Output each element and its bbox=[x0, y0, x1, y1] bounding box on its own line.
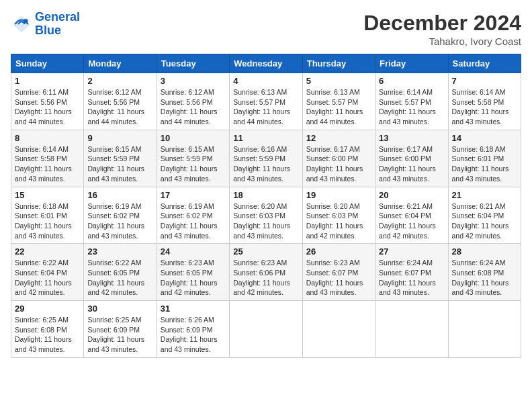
weekday-header: Friday bbox=[375, 54, 448, 73]
calendar-cell: 23Sunrise: 6:22 AM Sunset: 6:05 PM Dayli… bbox=[84, 244, 157, 301]
month-title: December 2024 bbox=[363, 11, 521, 36]
day-number: 1 bbox=[15, 76, 80, 86]
day-info: Sunrise: 6:13 AM Sunset: 5:57 PM Dayligh… bbox=[306, 87, 371, 127]
day-number: 16 bbox=[87, 190, 152, 200]
day-info: Sunrise: 6:18 AM Sunset: 6:01 PM Dayligh… bbox=[452, 144, 517, 184]
calendar-cell: 4Sunrise: 6:13 AM Sunset: 5:57 PM Daylig… bbox=[230, 73, 302, 130]
day-info: Sunrise: 6:17 AM Sunset: 6:00 PM Dayligh… bbox=[379, 144, 444, 184]
day-info: Sunrise: 6:17 AM Sunset: 6:00 PM Dayligh… bbox=[306, 144, 371, 184]
calendar-cell: 7Sunrise: 6:14 AM Sunset: 5:58 PM Daylig… bbox=[448, 73, 521, 130]
day-number: 11 bbox=[233, 133, 298, 143]
calendar-cell: 22Sunrise: 6:22 AM Sunset: 6:04 PM Dayli… bbox=[11, 244, 84, 301]
calendar-cell: 3Sunrise: 6:12 AM Sunset: 5:56 PM Daylig… bbox=[157, 73, 229, 130]
calendar-cell: 14Sunrise: 6:18 AM Sunset: 6:01 PM Dayli… bbox=[448, 130, 521, 187]
weekday-header: Sunday bbox=[11, 54, 84, 73]
location: Tahakro, Ivory Coast bbox=[363, 36, 521, 47]
day-info: Sunrise: 6:25 AM Sunset: 6:08 PM Dayligh… bbox=[15, 315, 80, 355]
day-number: 29 bbox=[15, 304, 80, 314]
calendar-cell: 17Sunrise: 6:19 AM Sunset: 6:02 PM Dayli… bbox=[157, 187, 229, 244]
calendar-cell bbox=[448, 301, 521, 358]
calendar-cell: 8Sunrise: 6:14 AM Sunset: 5:58 PM Daylig… bbox=[11, 130, 84, 187]
day-info: Sunrise: 6:15 AM Sunset: 5:59 PM Dayligh… bbox=[161, 144, 226, 184]
calendar-week-row: 22Sunrise: 6:22 AM Sunset: 6:04 PM Dayli… bbox=[11, 244, 521, 301]
day-info: Sunrise: 6:15 AM Sunset: 5:59 PM Dayligh… bbox=[87, 144, 152, 184]
day-number: 23 bbox=[87, 246, 152, 257]
page-header: General Blue December 2024 Tahakro, Ivor… bbox=[11, 11, 521, 47]
calendar-cell: 11Sunrise: 6:16 AM Sunset: 5:59 PM Dayli… bbox=[230, 130, 302, 187]
calendar-cell: 26Sunrise: 6:23 AM Sunset: 6:07 PM Dayli… bbox=[302, 244, 375, 301]
day-number: 27 bbox=[379, 246, 444, 257]
day-number: 2 bbox=[87, 76, 152, 86]
weekday-header: Tuesday bbox=[157, 54, 229, 73]
day-info: Sunrise: 6:14 AM Sunset: 5:57 PM Dayligh… bbox=[379, 87, 444, 127]
calendar-cell: 29Sunrise: 6:25 AM Sunset: 6:08 PM Dayli… bbox=[11, 301, 84, 358]
day-number: 14 bbox=[452, 133, 517, 143]
title-block: December 2024 Tahakro, Ivory Coast bbox=[363, 11, 521, 47]
calendar-cell: 9Sunrise: 6:15 AM Sunset: 5:59 PM Daylig… bbox=[84, 130, 157, 187]
day-number: 20 bbox=[379, 190, 444, 200]
day-info: Sunrise: 6:14 AM Sunset: 5:58 PM Dayligh… bbox=[452, 87, 517, 127]
calendar-cell: 13Sunrise: 6:17 AM Sunset: 6:00 PM Dayli… bbox=[375, 130, 448, 187]
calendar-cell: 28Sunrise: 6:24 AM Sunset: 6:08 PM Dayli… bbox=[448, 244, 521, 301]
calendar-cell: 2Sunrise: 6:12 AM Sunset: 5:56 PM Daylig… bbox=[84, 73, 157, 130]
day-number: 7 bbox=[452, 76, 517, 86]
calendar-cell bbox=[302, 301, 375, 358]
weekday-header: Wednesday bbox=[230, 54, 302, 73]
day-info: Sunrise: 6:16 AM Sunset: 5:59 PM Dayligh… bbox=[233, 144, 298, 184]
calendar-cell: 15Sunrise: 6:18 AM Sunset: 6:01 PM Dayli… bbox=[11, 187, 84, 244]
calendar-cell: 21Sunrise: 6:21 AM Sunset: 6:04 PM Dayli… bbox=[448, 187, 521, 244]
calendar-cell: 10Sunrise: 6:15 AM Sunset: 5:59 PM Dayli… bbox=[157, 130, 229, 187]
logo-text: General Blue bbox=[35, 11, 80, 38]
calendar-cell: 31Sunrise: 6:26 AM Sunset: 6:09 PM Dayli… bbox=[157, 301, 229, 358]
calendar-cell: 12Sunrise: 6:17 AM Sunset: 6:00 PM Dayli… bbox=[302, 130, 375, 187]
day-number: 5 bbox=[306, 76, 371, 86]
weekday-header: Saturday bbox=[448, 54, 521, 73]
day-info: Sunrise: 6:23 AM Sunset: 6:07 PM Dayligh… bbox=[306, 258, 371, 298]
day-info: Sunrise: 6:12 AM Sunset: 5:56 PM Dayligh… bbox=[161, 87, 226, 127]
day-info: Sunrise: 6:21 AM Sunset: 6:04 PM Dayligh… bbox=[452, 201, 517, 241]
day-info: Sunrise: 6:24 AM Sunset: 6:07 PM Dayligh… bbox=[379, 258, 444, 298]
logo: General Blue bbox=[11, 11, 80, 38]
day-number: 28 bbox=[452, 246, 517, 257]
day-number: 25 bbox=[233, 246, 298, 257]
day-number: 9 bbox=[87, 133, 152, 143]
day-info: Sunrise: 6:19 AM Sunset: 6:02 PM Dayligh… bbox=[161, 201, 226, 241]
day-number: 12 bbox=[306, 133, 371, 143]
day-number: 4 bbox=[233, 76, 298, 86]
calendar-cell: 24Sunrise: 6:23 AM Sunset: 6:05 PM Dayli… bbox=[157, 244, 229, 301]
logo-icon bbox=[11, 13, 32, 35]
svg-point-1 bbox=[24, 19, 28, 23]
calendar-cell: 19Sunrise: 6:20 AM Sunset: 6:03 PM Dayli… bbox=[302, 187, 375, 244]
day-number: 15 bbox=[15, 190, 80, 200]
calendar-week-row: 29Sunrise: 6:25 AM Sunset: 6:08 PM Dayli… bbox=[11, 301, 521, 358]
calendar-cell: 6Sunrise: 6:14 AM Sunset: 5:57 PM Daylig… bbox=[375, 73, 448, 130]
day-number: 24 bbox=[161, 246, 226, 257]
calendar-cell: 25Sunrise: 6:23 AM Sunset: 6:06 PM Dayli… bbox=[230, 244, 302, 301]
day-number: 3 bbox=[161, 76, 226, 86]
day-number: 6 bbox=[379, 76, 444, 86]
calendar-cell: 1Sunrise: 6:11 AM Sunset: 5:56 PM Daylig… bbox=[11, 73, 84, 130]
day-info: Sunrise: 6:21 AM Sunset: 6:04 PM Dayligh… bbox=[379, 201, 444, 241]
calendar-week-row: 15Sunrise: 6:18 AM Sunset: 6:01 PM Dayli… bbox=[11, 187, 521, 244]
day-info: Sunrise: 6:22 AM Sunset: 6:05 PM Dayligh… bbox=[87, 258, 152, 298]
day-number: 26 bbox=[306, 246, 371, 257]
day-info: Sunrise: 6:24 AM Sunset: 6:08 PM Dayligh… bbox=[452, 258, 517, 298]
day-info: Sunrise: 6:22 AM Sunset: 6:04 PM Dayligh… bbox=[15, 258, 80, 298]
calendar-cell: 18Sunrise: 6:20 AM Sunset: 6:03 PM Dayli… bbox=[230, 187, 302, 244]
calendar-week-row: 1Sunrise: 6:11 AM Sunset: 5:56 PM Daylig… bbox=[11, 73, 521, 130]
day-info: Sunrise: 6:14 AM Sunset: 5:58 PM Dayligh… bbox=[15, 144, 80, 184]
day-info: Sunrise: 6:20 AM Sunset: 6:03 PM Dayligh… bbox=[233, 201, 298, 241]
day-info: Sunrise: 6:20 AM Sunset: 6:03 PM Dayligh… bbox=[306, 201, 371, 241]
day-info: Sunrise: 6:11 AM Sunset: 5:56 PM Dayligh… bbox=[15, 87, 80, 127]
day-info: Sunrise: 6:13 AM Sunset: 5:57 PM Dayligh… bbox=[233, 87, 298, 127]
day-number: 13 bbox=[379, 133, 444, 143]
day-number: 18 bbox=[233, 190, 298, 200]
day-number: 19 bbox=[306, 190, 371, 200]
day-info: Sunrise: 6:12 AM Sunset: 5:56 PM Dayligh… bbox=[87, 87, 152, 127]
calendar-cell: 30Sunrise: 6:25 AM Sunset: 6:09 PM Dayli… bbox=[84, 301, 157, 358]
calendar-week-row: 8Sunrise: 6:14 AM Sunset: 5:58 PM Daylig… bbox=[11, 130, 521, 187]
day-number: 8 bbox=[15, 133, 80, 143]
calendar-cell: 16Sunrise: 6:19 AM Sunset: 6:02 PM Dayli… bbox=[84, 187, 157, 244]
calendar-cell: 20Sunrise: 6:21 AM Sunset: 6:04 PM Dayli… bbox=[375, 187, 448, 244]
day-info: Sunrise: 6:25 AM Sunset: 6:09 PM Dayligh… bbox=[87, 315, 152, 355]
